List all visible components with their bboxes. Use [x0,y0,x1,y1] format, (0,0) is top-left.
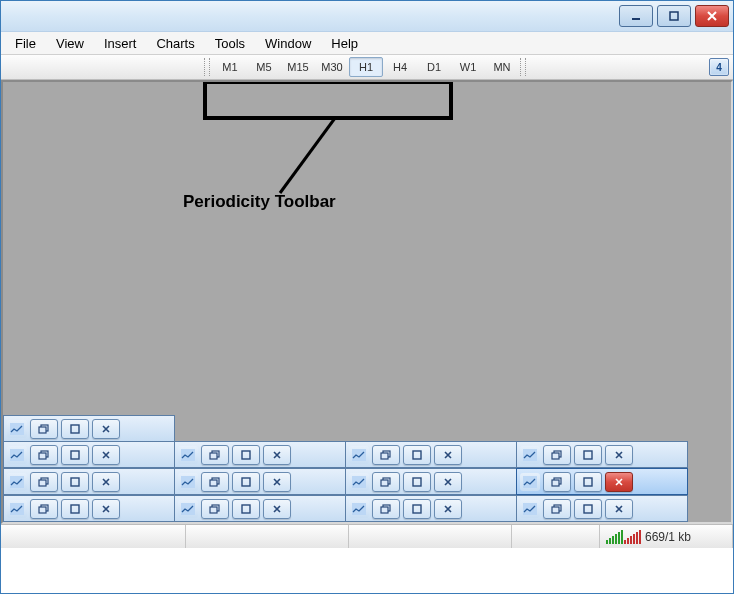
timeframe-m30-button[interactable]: M30 [315,57,349,77]
toolbar-grip-icon[interactable] [204,58,210,76]
mdi-minimized-window[interactable] [345,441,517,468]
toolbar-grip-icon[interactable] [520,58,526,76]
timeframe-m5-button[interactable]: M5 [247,57,281,77]
mdi-maximize-button[interactable] [61,472,89,492]
mdi-restore-button[interactable] [30,445,58,465]
timeframe-m15-button[interactable]: M15 [281,57,315,77]
svg-rect-43 [181,503,195,515]
mdi-restore-button[interactable] [30,472,58,492]
menu-file[interactable]: File [5,34,46,53]
mdi-close-button[interactable] [92,499,120,519]
svg-rect-45 [210,507,217,513]
mdi-close-button[interactable] [605,445,633,465]
mdi-restore-button[interactable] [543,445,571,465]
mdi-restore-button[interactable] [543,499,571,519]
minimize-button[interactable] [619,5,653,27]
svg-rect-29 [210,480,217,486]
mdi-close-button[interactable] [92,445,120,465]
mdi-maximize-button[interactable] [403,499,431,519]
menu-help[interactable]: Help [321,34,368,53]
svg-rect-42 [71,505,79,513]
mdi-minimized-window[interactable] [516,468,688,495]
mdi-minimized-window[interactable] [174,468,346,495]
menu-insert[interactable]: Insert [94,34,147,53]
mdi-minimized-window[interactable] [174,441,346,468]
timeframe-mn-button[interactable]: MN [485,57,519,77]
annotation-line [275,118,355,198]
mdi-close-button[interactable] [263,445,291,465]
mdi-restore-button[interactable] [30,419,58,439]
mdi-maximize-button[interactable] [61,445,89,465]
mdi-restore-button[interactable] [201,499,229,519]
mdi-minimized-window[interactable] [345,495,517,522]
mdi-minimized-window[interactable] [516,495,688,522]
mdi-maximize-button[interactable] [61,499,89,519]
maximize-button[interactable] [657,5,691,27]
close-button[interactable] [695,5,729,27]
svg-rect-14 [242,451,250,459]
mdi-row [3,468,731,495]
svg-rect-15 [352,449,366,461]
mdi-restore-button[interactable] [201,445,229,465]
mdi-close-button[interactable] [605,499,633,519]
mdi-close-button[interactable] [434,472,462,492]
mdi-minimized-window[interactable] [345,468,517,495]
mdi-restore-button[interactable] [543,472,571,492]
mdi-maximize-button[interactable] [403,445,431,465]
mdi-restore-button[interactable] [372,499,400,519]
menubar: File View Insert Charts Tools Window Hel… [1,32,733,55]
mdi-close-button[interactable] [434,445,462,465]
mdi-close-button[interactable] [434,499,462,519]
toolbar-row: M1 M5 M15 M30 H1 H4 D1 W1 MN 4 [1,55,733,80]
statusbar-connection[interactable]: 669/1 kb [600,525,733,548]
timeframe-h1-button[interactable]: H1 [349,57,383,77]
svg-rect-5 [39,427,46,433]
menu-view[interactable]: View [46,34,94,53]
mdi-restore-button[interactable] [30,499,58,519]
menu-charts[interactable]: Charts [146,34,204,53]
svg-rect-35 [523,476,537,488]
mdi-close-button[interactable] [263,499,291,519]
mdi-close-button[interactable] [92,472,120,492]
mdi-minimized-window[interactable] [3,495,175,522]
menu-tools[interactable]: Tools [205,34,255,53]
mdi-minimized-window[interactable] [3,415,175,442]
mdi-close-button[interactable] [92,419,120,439]
mdi-maximize-button[interactable] [574,445,602,465]
mdi-restore-button[interactable] [372,445,400,465]
mdi-restore-button[interactable] [201,472,229,492]
menu-window[interactable]: Window [255,34,321,53]
svg-rect-31 [352,476,366,488]
mdi-maximize-button[interactable] [403,472,431,492]
mdi-close-button[interactable] [263,472,291,492]
chart-icon [7,420,27,438]
svg-rect-21 [552,453,559,459]
mdi-minimized-window[interactable] [3,468,175,495]
mdi-maximize-button[interactable] [574,499,602,519]
mdi-maximize-button[interactable] [232,499,260,519]
svg-rect-27 [181,476,195,488]
svg-rect-38 [584,478,592,486]
svg-rect-3 [10,423,24,435]
timeframe-h4-button[interactable]: H4 [383,57,417,77]
timeframe-m1-button[interactable]: M1 [213,57,247,77]
timeframe-d1-button[interactable]: D1 [417,57,451,77]
mdi-restore-button[interactable] [372,472,400,492]
mdi-minimized-window[interactable] [3,441,175,468]
mdi-maximize-button[interactable] [574,472,602,492]
svg-rect-22 [584,451,592,459]
connection-bars-icon [606,530,641,544]
svg-rect-13 [210,453,217,459]
timeframe-w1-button[interactable]: W1 [451,57,485,77]
svg-rect-7 [10,449,24,461]
mdi-minimized-window[interactable] [174,495,346,522]
chart-icon [7,473,27,491]
mdi-close-button[interactable] [605,472,633,492]
annotation-label: Periodicity Toolbar [183,192,336,212]
mdi-maximize-button[interactable] [232,445,260,465]
window-count-badge[interactable]: 4 [709,58,729,76]
mdi-minimized-window[interactable] [516,441,688,468]
svg-rect-51 [523,503,537,515]
mdi-maximize-button[interactable] [61,419,89,439]
mdi-maximize-button[interactable] [232,472,260,492]
